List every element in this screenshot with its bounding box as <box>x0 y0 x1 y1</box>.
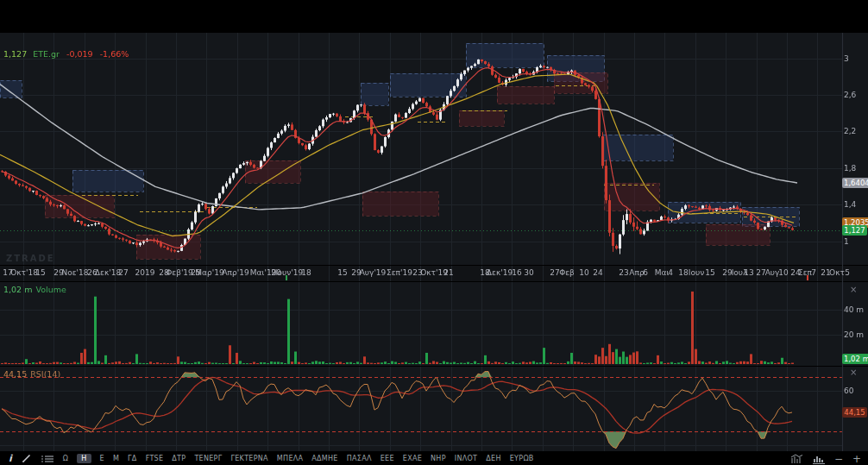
volume-name: Volume <box>35 285 66 294</box>
price-chart-canvas[interactable] <box>0 0 868 465</box>
toolbar-right-group: − + <box>790 454 861 464</box>
symbol-tab-ΓΕΚΤΕΡΝΑ[interactable]: ΓΕΚΤΕΡΝΑ <box>230 455 267 462</box>
draw-pencil-icon[interactable] <box>22 454 32 463</box>
symbol-tab-Ε[interactable]: Ε <box>100 455 104 462</box>
x-axis-label: Απρ <box>629 268 644 277</box>
symbol-tab-ΕΧΑΕ[interactable]: ΕΧΑΕ <box>403 455 422 462</box>
volume-badge: 1,02 m <box>842 354 868 364</box>
x-axis-label: Φεβ'19 <box>166 268 193 277</box>
x-axis-label: Οκτ <box>829 268 845 277</box>
x-axis-label: 24 <box>593 268 602 277</box>
y-axis-label: 1,8 <box>844 164 866 173</box>
x-axis-label: Δεκ'18 <box>95 268 121 277</box>
symbol-tab-Μ[interactable]: Μ <box>113 455 119 462</box>
chart-type-icon[interactable] <box>790 454 803 464</box>
rsi-value: 44,15 <box>3 369 27 379</box>
x-axis-label: 15 <box>705 268 714 277</box>
symbol-tab-ΤΕΝΕΡΓ[interactable]: ΤΕΝΕΡΓ <box>194 455 222 462</box>
zoom-out-button[interactable]: − <box>834 454 843 464</box>
x-axis-label: 30 <box>524 268 533 277</box>
watchlist-icon[interactable] <box>41 455 53 463</box>
x-axis-label: Σεπ <box>798 268 812 277</box>
x-axis-label: 10 <box>778 268 788 277</box>
sma-long-badge: 1,6404 <box>842 178 868 188</box>
volume-pane-close-icon[interactable]: × <box>850 286 857 294</box>
symbol-tab-ΔΤΡ[interactable]: ΔΤΡ <box>172 455 186 462</box>
symbol-tab-Η[interactable]: Η <box>77 454 91 463</box>
rsi-indicator-legend[interactable]: 44,15RSI(14) <box>3 369 60 379</box>
volume-value: 1,02 m <box>3 285 32 294</box>
info-icon[interactable]: i <box>9 453 12 464</box>
rsi-badge: 44,15 <box>842 407 867 418</box>
symbol-legend[interactable]: 1,127 ETE.gr -0,019 -1,66% <box>3 49 129 59</box>
x-axis-label: 5 <box>845 268 850 277</box>
x-axis-label: 21 <box>443 268 453 277</box>
bottom-toolbar: i ΩΗΕΜΓΔFTSEΔΤΡΤΕΝΕΡΓΓΕΚΤΕΡΝΑΜΠΕΛΑΑΔΜΗΕΠ… <box>0 452 868 465</box>
x-axis-label: 18 <box>301 268 311 277</box>
x-axis-label: 13 <box>744 268 753 277</box>
x-axis-label: Οκτ'18 <box>10 268 38 277</box>
x-axis-label: 15 <box>35 268 45 277</box>
symbol-tab-ΝΗΡ[interactable]: ΝΗΡ <box>431 455 446 462</box>
symbol-tab-ΓΔ[interactable]: ΓΔ <box>128 455 137 462</box>
symbol-tab-ΔΕΗ[interactable]: ΔΕΗ <box>486 455 500 462</box>
x-axis-label: 7 <box>811 268 816 277</box>
legend-symbol: ETE.gr <box>33 49 60 59</box>
x-axis-label: 2019 <box>135 268 155 277</box>
rsi-name: RSI(14) <box>30 369 60 379</box>
chart-window: 1,127 ETE.gr -0,019 -1,66% ZTRADE 1,02 m… <box>0 0 868 465</box>
x-axis-label: 15 <box>337 268 347 277</box>
y-axis-label: 3 <box>844 54 866 63</box>
y-axis-label: 1 <box>844 237 866 246</box>
last-price-badge: 1,127 <box>842 225 867 236</box>
x-axis-label: Μαρ'19 <box>195 268 223 277</box>
x-axis-label: 18 <box>678 268 688 277</box>
symbol-tabs: ΩΗΕΜΓΔFTSEΔΤΡΤΕΝΕΡΓΓΕΚΤΕΡΝΑΜΠΕΛΑΑΔΜΗΕΠΑΣ… <box>63 454 534 463</box>
platform-watermark: ZTRADE <box>6 254 55 263</box>
symbol-tab-ΜΠΕΛΑ[interactable]: ΜΠΕΛΑ <box>277 455 303 462</box>
x-axis-label: Αυγ'19 <box>360 268 387 277</box>
y-axis-label: 20 m <box>844 330 866 339</box>
symbol-tab-ΕΕΕ[interactable]: ΕΕΕ <box>381 455 394 462</box>
x-axis-label: Απρ'19 <box>222 268 248 277</box>
x-axis-label: 4 <box>668 268 673 277</box>
x-axis-label: Δεκ'19 <box>487 268 513 277</box>
x-axis-label: 6 <box>643 268 648 277</box>
x-axis-label: Νοε'18 <box>61 268 88 277</box>
symbol-tab-ΑΔΜΗΕ[interactable]: ΑΔΜΗΕ <box>311 455 337 462</box>
symbol-tab-ΙΝΛΟΤ[interactable]: ΙΝΛΟΤ <box>455 455 478 462</box>
volume-indicator-legend[interactable]: 1,02 mVolume <box>3 285 66 294</box>
toolbar-left-group: i ΩΗΕΜΓΔFTSEΔΤΡΤΕΝΕΡΓΓΕΚΤΕΡΝΑΜΠΕΛΑΑΔΜΗΕΠ… <box>9 453 534 464</box>
x-axis-label: Αυγ <box>765 268 780 277</box>
symbol-tab-ΕΥΡΩΒ[interactable]: ΕΥΡΩΒ <box>510 455 534 462</box>
y-axis-label: 40 m <box>844 305 866 314</box>
volume-histogram-icon[interactable] <box>813 454 825 464</box>
symbol-tab-ΠΑΣΑΛ[interactable]: ΠΑΣΑΛ <box>347 455 372 462</box>
y-axis-label: 1,4 <box>844 200 866 209</box>
x-axis-label: 16 <box>512 268 521 277</box>
x-axis-label: 23 <box>619 268 628 277</box>
x-axis-label: Μαι <box>655 268 670 277</box>
x-axis-label: Ιουν <box>689 268 704 277</box>
symbol-tab-FTSE[interactable]: FTSE <box>146 455 164 462</box>
y-axis-label: 2,6 <box>844 91 866 99</box>
legend-change-pct: -1,66% <box>100 49 129 59</box>
zoom-in-button[interactable]: + <box>852 454 861 464</box>
legend-last-price: 1,127 <box>3 49 27 59</box>
x-axis-label: Φεβ <box>559 268 575 277</box>
x-axis-label: Σεπ'19 <box>387 268 412 277</box>
x-axis-label: 27 <box>118 268 128 277</box>
x-axis-label: 10 <box>579 268 588 277</box>
x-axis-label: Ιουν'19 <box>275 268 303 277</box>
y-axis-label: 2,2 <box>844 127 866 135</box>
legend-change: -0,019 <box>66 49 93 59</box>
symbol-tab-Ω[interactable]: Ω <box>63 455 68 462</box>
y-axis-label: 60 <box>844 386 866 395</box>
x-axis-label: 27 <box>550 268 559 277</box>
rsi-pane-close-icon[interactable]: × <box>850 368 857 377</box>
